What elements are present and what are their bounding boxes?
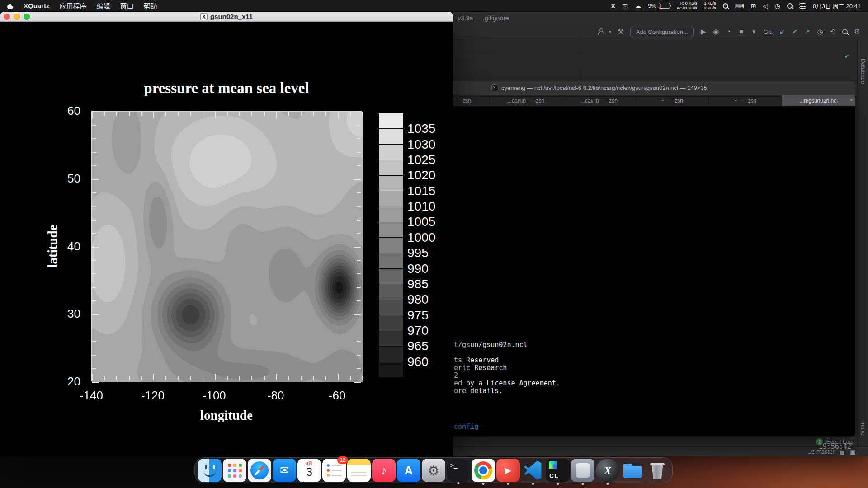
dock-item-finder[interactable] xyxy=(198,459,222,482)
history-icon[interactable]: ◷ xyxy=(816,28,825,36)
terminal-tab-4[interactable]: ~ — -zsh xyxy=(636,95,709,106)
x-tick-label: -100 xyxy=(203,389,226,403)
tick-mark xyxy=(338,112,339,118)
zoom-status-icon[interactable] xyxy=(723,3,728,9)
network-monitor-rw[interactable]: R:0 KB/s W:81 KB/s xyxy=(677,1,697,11)
tick-mark xyxy=(129,112,130,116)
network-monitor-updown[interactable]: 1 KB/s 2 KB/s xyxy=(704,1,716,11)
menu-item-4[interactable]: 帮助 xyxy=(144,1,157,10)
profiler-icon[interactable]: ◔ xyxy=(724,28,733,36)
colorbar-label: 980 xyxy=(407,292,429,307)
dock-item-notes[interactable] xyxy=(347,459,371,482)
spotlight-search-icon[interactable] xyxy=(787,3,793,9)
user-dropdown-caret-icon[interactable]: ▾ xyxy=(609,29,611,34)
update-project-icon[interactable]: ↙ xyxy=(778,28,787,36)
colorbar-label: 985 xyxy=(407,277,429,291)
tool-window-database[interactable]: Database xyxy=(860,59,867,84)
dock-item-terminal[interactable]: >_ xyxy=(447,459,470,482)
xquartz-status-icon[interactable]: X xyxy=(611,3,615,9)
xquartz-titlebar[interactable]: X gsun02n_x11 xyxy=(0,12,453,22)
screenshot-status-icon[interactable]: ◫ xyxy=(622,3,628,9)
menu-item-2[interactable]: 编辑 xyxy=(97,1,110,10)
dock-item-reminders[interactable]: 12 xyxy=(322,459,346,482)
tool-window-make[interactable]: make xyxy=(860,421,867,436)
tick-mark xyxy=(92,382,99,383)
running-indicator xyxy=(582,483,584,485)
rollback-icon[interactable]: ⟲ xyxy=(828,28,837,36)
tab-overflow-icon[interactable]: ▾ xyxy=(850,97,853,103)
more-run-options-icon[interactable]: ▾ xyxy=(750,28,759,36)
terminal-tab-3[interactable]: ...cal/lib — -zsh xyxy=(563,95,636,106)
dock-item-gray-app[interactable] xyxy=(571,459,594,482)
dock-item-clion[interactable]: CL xyxy=(546,459,570,482)
readonly-lock-icon[interactable] xyxy=(840,451,844,455)
colorbar-box xyxy=(379,175,403,191)
terminal-tab-6[interactable]: ...n/gsun02n.ncl xyxy=(782,95,855,106)
dock-item-xquartz[interactable]: X xyxy=(596,459,619,482)
apple-menu-icon[interactable] xyxy=(7,2,14,9)
x-tick-label: -140 xyxy=(80,389,103,403)
terminal-line-5: ed by a License Agreement. xyxy=(454,380,560,387)
volume-icon[interactable]: ◁ xyxy=(763,3,768,9)
tick-mark xyxy=(190,376,191,380)
window-minimize-button[interactable] xyxy=(14,14,20,20)
running-indicator xyxy=(507,483,509,485)
tick-mark xyxy=(350,376,351,380)
debug-icon[interactable]: ◉ xyxy=(712,28,721,36)
dock-item-trash[interactable] xyxy=(646,459,669,482)
tick-mark xyxy=(92,374,93,380)
user-account-icon[interactable] xyxy=(598,28,604,35)
colorbar-box xyxy=(379,253,403,268)
dock-item-chrome[interactable] xyxy=(472,459,495,482)
colorbar-box xyxy=(379,268,403,284)
dock-item-safari[interactable] xyxy=(248,459,271,482)
dock-item-vscode[interactable] xyxy=(521,459,545,482)
tick-mark xyxy=(301,112,302,116)
dock-item-calendar[interactable]: 8月3 xyxy=(297,459,321,482)
build-hammer-icon[interactable]: ⚒ xyxy=(616,28,625,36)
dock-item-app-store[interactable]: A xyxy=(397,459,420,482)
y-tick-label: 40 xyxy=(0,239,80,253)
x11-app-icon: X xyxy=(200,13,208,20)
push-icon[interactable]: ↗ xyxy=(803,28,812,36)
colorbar-box xyxy=(379,300,403,315)
battery-fill xyxy=(660,4,661,8)
ide-titlebar[interactable]: v3.9a — .gitignore xyxy=(453,12,868,24)
battery-icon xyxy=(659,3,670,9)
dock-item-launchpad[interactable] xyxy=(223,459,246,482)
commit-icon[interactable]: ✔ xyxy=(790,28,799,36)
terminal-tab-5[interactable]: ~ — -zsh xyxy=(709,95,782,106)
dock-item-downloads[interactable] xyxy=(621,459,644,482)
tick-mark xyxy=(357,152,361,153)
tick-mark xyxy=(141,112,142,116)
menu-item-3[interactable]: 窗口 xyxy=(120,1,134,10)
control-center-icon[interactable] xyxy=(799,3,806,9)
stop-icon[interactable]: ■ xyxy=(737,28,746,36)
window-zoom-button[interactable] xyxy=(24,14,30,20)
cloud-status-icon[interactable]: ☁ xyxy=(635,3,641,9)
ide-settings-gear-icon[interactable]: ⚙ xyxy=(853,28,862,36)
terminal-tab-2[interactable]: ...cal/lib — -zsh xyxy=(490,95,563,106)
keyboard-input-icon[interactable]: ⌨ xyxy=(735,3,744,9)
menubar-clock[interactable]: 8月3日 周二 20:41 xyxy=(813,1,861,10)
ide-editor-area[interactable]: ✔ xyxy=(453,39,857,80)
clion-gradient-icon xyxy=(549,461,557,469)
dock-item-mail[interactable]: ✉ xyxy=(273,459,296,482)
window-close-button[interactable] xyxy=(4,14,10,20)
dock-item-red-app[interactable]: ▶ xyxy=(496,459,520,482)
menu-item-1[interactable]: 应用程序 xyxy=(60,1,87,10)
menu-item-0[interactable]: XQuartz xyxy=(24,2,50,9)
terminal-link-text[interactable]: config xyxy=(454,422,478,431)
add-configuration-button[interactable]: Add Configuration... xyxy=(630,27,694,37)
tick-mark xyxy=(215,374,216,380)
editor-split-divider[interactable] xyxy=(580,39,580,80)
dock-item-system-preferences[interactable]: ⚙ xyxy=(422,459,445,482)
battery-indicator[interactable]: 9% xyxy=(648,2,670,9)
tick-mark xyxy=(104,112,105,116)
system-preferences-glyph-icon: ⚙ xyxy=(422,459,445,482)
ide-search-everywhere-icon[interactable] xyxy=(842,29,848,34)
spaces-grid-icon[interactable]: ⊞ xyxy=(751,3,756,9)
dock-item-music[interactable]: ♪ xyxy=(372,459,396,482)
time-machine-icon[interactable]: ◷ xyxy=(775,3,780,9)
run-icon[interactable]: ▶ xyxy=(699,28,708,36)
